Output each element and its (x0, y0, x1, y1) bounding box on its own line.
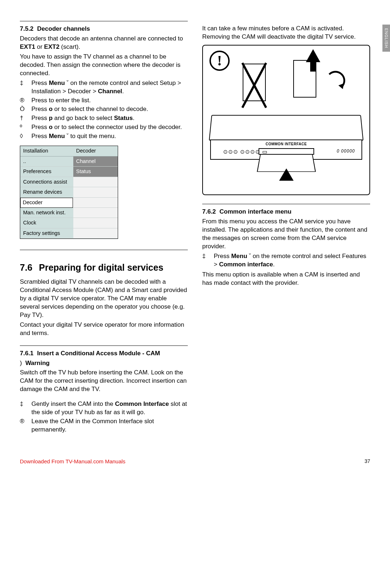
step-mark: ® (20, 96, 28, 105)
vents: 0 00000 (337, 148, 355, 154)
menu-row: Rename devices (20, 187, 118, 198)
step-mark: ® (20, 417, 28, 434)
sec-num: 7.5.2 (20, 25, 34, 32)
menu-row: ..Channel (20, 156, 118, 167)
content-columns: 7.5.2Decoder channels Decoders that deco… (20, 18, 370, 436)
menu-row: Man. network inst. (20, 208, 118, 218)
diagram-top: ! (207, 49, 366, 107)
warning-icon: ) (20, 360, 22, 366)
steps-752: ‡Press Menu ˇ on the remote control and … (20, 79, 188, 141)
cross-icon (240, 60, 269, 103)
arrow-up-icon (306, 49, 320, 62)
para: It can take a few minutes before a CAM i… (202, 25, 370, 41)
text: (scart). (60, 43, 81, 50)
step: ‡Press Menu ˇ on the remote control and … (202, 252, 370, 269)
menu-row-selected: Decoder (20, 198, 118, 208)
language-tab: ENGLISH (382, 25, 390, 52)
footer-left: Downloaded From TV-Manual.com Manuals (20, 458, 125, 465)
step: ◊Press Menu ˇ to quit the menu. (20, 132, 188, 141)
step-body: Press o or to select the connector used … (31, 123, 188, 132)
step-body: Press Menu ˇ to quit the menu. (31, 132, 188, 141)
warning-line: ) Warning (20, 359, 188, 368)
step: ®Press to enter the list. (20, 96, 188, 105)
step-body: Gently insert the CAM into the Common In… (31, 400, 188, 417)
warning-icon: ! (209, 51, 230, 71)
step-body: Leave the CAM in the Common Interface sl… (31, 417, 188, 434)
right-column: It can take a few minutes before a CAM i… (202, 18, 370, 436)
para: Decoders that decode an antenna channel … (20, 35, 188, 51)
menu-row: PreferencesStatus (20, 167, 118, 177)
rule (20, 250, 188, 250)
step-mark: ‡ (202, 252, 210, 269)
sec-title: Preparing for digital services (39, 262, 164, 273)
rotate-arrow-icon (326, 71, 345, 90)
heading-7-6-2: 7.6.2Common interface menu (202, 208, 370, 216)
step: ‡Gently insert the CAM into the Common I… (20, 400, 188, 417)
text: or (35, 43, 44, 50)
step-body: Press o or to select the channel to deco… (31, 105, 188, 113)
menu-row: Factory settings (20, 228, 118, 239)
heading-7-6-1: 7.6.1Insert a Conditional Access Module … (20, 349, 188, 358)
download-source: Downloaded From TV-Manual.com Manuals (20, 458, 125, 464)
menu-col-2: Decoder (73, 146, 118, 156)
step: ºPress o or to select the connector used… (20, 123, 188, 132)
rule (20, 345, 188, 346)
ci-label: COMMON INTERFACE (265, 142, 307, 147)
left-column: 7.5.2Decoder channels Decoders that deco… (20, 18, 188, 436)
para: This menu option is available when a CAM… (202, 271, 370, 287)
heading-7-6: 7.6 Preparing for digital services (20, 262, 188, 273)
sec-num: 7.6 (20, 262, 32, 273)
arrow-up-icon (279, 168, 294, 181)
cam-insert-diagram: ! COMMON INTERFACE ⊙⊙⊙ ⊙⊙⊙⊙ ▭ 0 00000 (202, 45, 370, 195)
step-mark: Ò (20, 105, 28, 113)
para: You have to assign the TV channel as a c… (20, 53, 188, 78)
text-bold: EXT2 (44, 43, 60, 50)
sec-title: Common interface menu (220, 208, 291, 215)
text-bold: EXT1 (20, 43, 35, 50)
step-mark: ‡ (20, 400, 28, 417)
hub-top (209, 115, 363, 141)
step-mark: † (20, 114, 28, 123)
rule (202, 204, 370, 204)
step: ‡Press Menu ˇ on the remote control and … (20, 79, 188, 96)
step-mark: ‡ (20, 79, 28, 96)
step-mark: ◊ (20, 132, 28, 141)
tv-hub: COMMON INTERFACE ⊙⊙⊙ ⊙⊙⊙⊙ ▭ 0 00000 (210, 114, 362, 179)
para: Contact your digital TV service operator… (20, 321, 188, 338)
menu-row: Clock (20, 218, 118, 228)
menu-header: Installation Decoder (20, 146, 118, 156)
para: Scrambled digital TV channels can be dec… (20, 278, 188, 319)
step: ÒPress o or to select the channel to dec… (20, 105, 188, 113)
step-body: Press Menu ˇ on the remote control and s… (214, 252, 370, 269)
steps-762: ‡Press Menu ˇ on the remote control and … (202, 252, 370, 269)
sec-num: 7.6.2 (202, 208, 216, 215)
menu-col-1: Installation (20, 146, 73, 156)
step: †Press p and go back to select Status. (20, 114, 188, 123)
steps-761: ‡Gently insert the CAM into the Common I… (20, 400, 188, 434)
step-body: Press to enter the list. (31, 96, 188, 105)
para: Switch off the TV hub before inserting t… (20, 369, 188, 394)
para: From this menu you access the CAM servic… (202, 218, 370, 251)
ci-slot (259, 148, 314, 155)
sec-title: Decoder channels (37, 25, 90, 32)
rule (20, 21, 188, 21)
page-number: 37 (364, 458, 370, 465)
step-body: Press p and go back to select Status. (31, 114, 188, 123)
menu-row: Connections assist (20, 177, 118, 188)
step: ®Leave the CAM in the Common Interface s… (20, 417, 188, 434)
decoder-menu-table: Installation Decoder ..Channel Preferenc… (20, 146, 118, 239)
text: Decoders that decode an antenna channel … (20, 35, 183, 42)
warning-label: Warning (25, 360, 49, 366)
sec-title: Insert a Conditional Access Module - CAM (37, 350, 160, 357)
heading-7-5-2: 7.5.2Decoder channels (20, 25, 188, 33)
sec-num: 7.6.1 (20, 350, 34, 357)
step-body: Press Menu ˇ on the remote control and s… (31, 79, 188, 96)
footer: Downloaded From TV-Manual.com Manuals 37 (20, 458, 370, 465)
step-mark: º (20, 123, 28, 132)
